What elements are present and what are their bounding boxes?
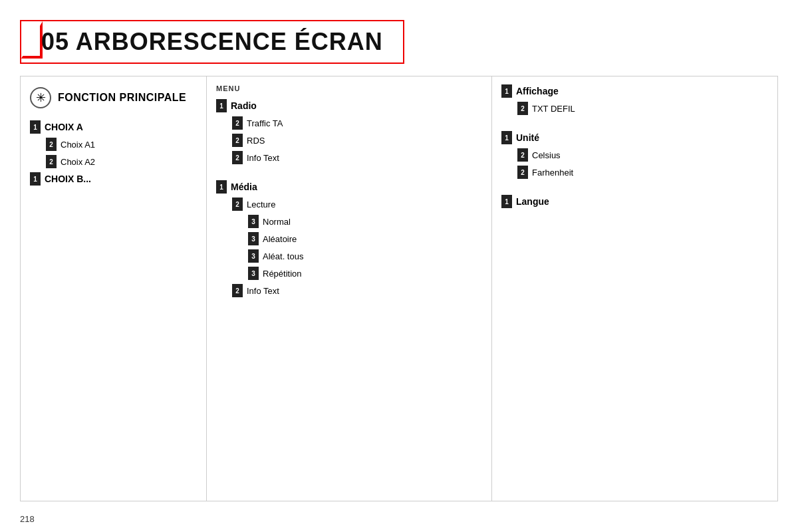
item-label: Aléat. tous xyxy=(263,251,303,261)
list-item: 1CHOIX B... xyxy=(30,172,197,186)
badge: 1 xyxy=(216,180,227,194)
badge: 2 xyxy=(232,134,243,147)
item-label: Lecture xyxy=(247,200,275,209)
badge: 2 xyxy=(46,155,57,168)
mid-items-container: 1Radio2Traffic TA2RDS2Info Text1Média2Le… xyxy=(216,99,482,297)
badge: 2 xyxy=(232,198,243,211)
badge: 2 xyxy=(517,166,528,179)
item-label: Traffic TA xyxy=(247,118,283,128)
right-items-container: 1Affichage2TXT DEFIL1Unité2Celsius2Farhe… xyxy=(501,84,768,208)
item-label: Farhenheit xyxy=(532,168,573,178)
badge: 1 xyxy=(30,120,41,134)
list-item: 2Info Text xyxy=(232,284,482,297)
badge: 2 xyxy=(517,102,528,115)
badge: 2 xyxy=(232,116,243,130)
left-panel: ✳ FONCTION PRINCIPALE 1CHOIX A2Choix A12… xyxy=(21,76,207,501)
mid-group: 1Radio2Traffic TA2RDS2Info Text xyxy=(216,99,482,164)
item-label: Média xyxy=(231,182,257,192)
item-label: Info Text xyxy=(247,153,279,163)
gear-icon: ✳ xyxy=(30,87,51,108)
item-label: Info Text xyxy=(247,286,279,296)
list-item: 2Choix A1 xyxy=(46,138,197,151)
main-grid: ✳ FONCTION PRINCIPALE 1CHOIX A2Choix A12… xyxy=(20,76,778,501)
mid-panel: MENU 1Radio2Traffic TA2RDS2Info Text1Méd… xyxy=(207,76,492,501)
list-item: 2RDS xyxy=(232,134,482,147)
panel-header: ✳ FONCTION PRINCIPALE xyxy=(30,87,197,108)
page-number: 218 xyxy=(20,514,35,524)
item-label: Choix A2 xyxy=(61,157,95,167)
item-label: CHOIX B... xyxy=(45,174,91,184)
item-label: Aléatoire xyxy=(263,234,297,244)
item-label: Normal xyxy=(263,217,291,227)
item-label: CHOIX A xyxy=(45,122,83,132)
badge: 1 xyxy=(501,131,512,144)
item-label: TXT DEFIL xyxy=(532,104,575,114)
list-item: 1Unité xyxy=(501,131,768,144)
item-label: RDS xyxy=(247,136,265,146)
item-label: Répétition xyxy=(263,269,302,279)
badge: 3 xyxy=(248,267,259,280)
badge: 3 xyxy=(248,249,259,263)
badge: 1 xyxy=(216,99,227,112)
badge: 2 xyxy=(46,138,57,151)
item-label: Celsius xyxy=(532,150,561,160)
badge: 2 xyxy=(517,148,528,162)
badge: 2 xyxy=(232,151,243,164)
list-item: 2Lecture xyxy=(232,198,482,211)
badge: 3 xyxy=(248,232,259,245)
mid-group: 1Média2Lecture3Normal3Aléatoire3Aléat. t… xyxy=(216,180,482,297)
list-item: 1Radio xyxy=(216,99,482,112)
page-title: 05 ARBORESCENCE ÉCRAN xyxy=(35,28,383,55)
badge: 1 xyxy=(501,84,512,98)
list-item: 1CHOIX A xyxy=(30,120,197,134)
list-item: 2Celsius xyxy=(517,148,768,162)
item-label: Choix A1 xyxy=(61,140,95,150)
list-item: 3Aléatoire xyxy=(248,232,482,245)
list-item: 2Info Text xyxy=(232,151,482,164)
badge: 3 xyxy=(248,215,259,228)
item-label: Unité xyxy=(516,132,539,143)
badge: 1 xyxy=(501,195,512,208)
list-item: 1Langue xyxy=(501,195,768,208)
list-item: 2Traffic TA xyxy=(232,116,482,130)
right-group: 1Unité2Celsius2Farhenheit xyxy=(501,131,768,179)
right-panel: 1Affichage2TXT DEFIL1Unité2Celsius2Farhe… xyxy=(492,76,777,501)
mid-section-label: MENU xyxy=(216,84,482,92)
item-label: Langue xyxy=(516,196,549,207)
page: 05 ARBORESCENCE ÉCRAN ✳ FONCTION PRINCIP… xyxy=(0,0,798,515)
list-item: 1Affichage xyxy=(501,84,768,98)
item-label: Radio xyxy=(231,100,257,111)
right-group: 1Langue xyxy=(501,195,768,208)
header-box: 05 ARBORESCENCE ÉCRAN xyxy=(20,20,404,64)
badge: 1 xyxy=(30,172,41,186)
list-item: 3Aléat. tous xyxy=(248,249,482,263)
list-item: 2Choix A2 xyxy=(46,155,197,168)
list-item: 3Normal xyxy=(248,215,482,228)
list-item: 2TXT DEFIL xyxy=(517,102,768,115)
item-label: Affichage xyxy=(516,86,559,96)
right-group: 1Affichage2TXT DEFIL xyxy=(501,84,768,115)
list-item: 1Média xyxy=(216,180,482,194)
panel-title: FONCTION PRINCIPALE xyxy=(58,92,186,104)
badge: 2 xyxy=(232,284,243,297)
list-item: 2Farhenheit xyxy=(517,166,768,179)
list-item: 3Répétition xyxy=(248,267,482,280)
left-items-container: 1CHOIX A2Choix A12Choix A21CHOIX B... xyxy=(30,120,197,186)
